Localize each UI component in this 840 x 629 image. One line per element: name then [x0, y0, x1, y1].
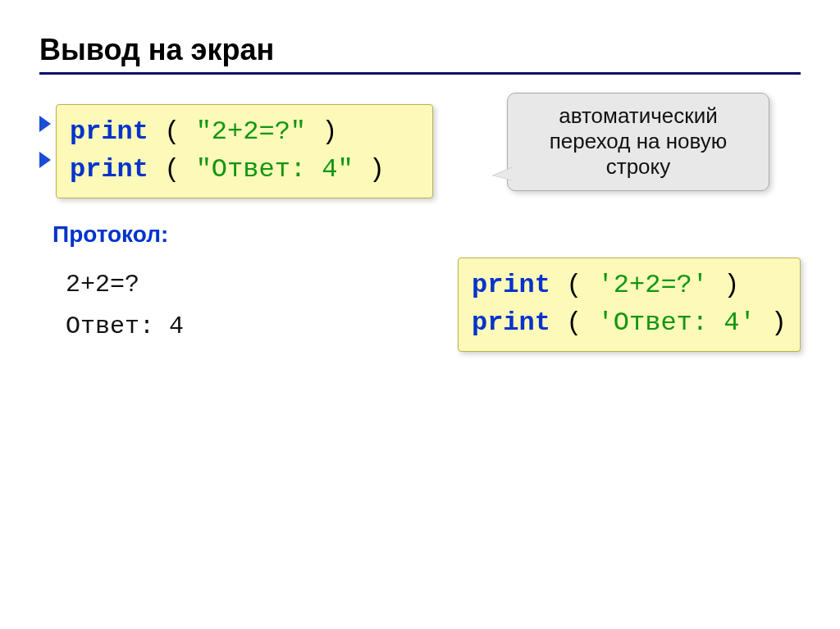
paren: ) [708, 270, 739, 300]
keyword: print [70, 116, 148, 147]
row-output-code2: 2+2=? Ответ: 4 print ( '2+2=?' ) print (… [39, 258, 801, 352]
paren: ( [550, 270, 598, 300]
code-line: print ( 'Ответ: 4' ) [472, 308, 787, 338]
code-line: print ( "Ответ: 4" ) [70, 154, 385, 185]
slide: Вывод на экран print ( "2+2=?" ) print (… [0, 0, 840, 385]
row-code-tooltip: print ( "2+2=?" ) print ( "Ответ: 4" ) а… [39, 104, 801, 198]
output-block: 2+2=? Ответ: 4 [66, 258, 213, 348]
paren: ) [354, 154, 385, 185]
code-block-2: print ( '2+2=?' ) print ( 'Ответ: 4' ) [458, 258, 801, 352]
page-title: Вывод на экран [39, 33, 801, 67]
keyword: print [472, 270, 550, 300]
output-line: Ответ: 4 [66, 306, 213, 348]
string-literal: '2+2=?' [598, 270, 708, 300]
paren: ( [148, 154, 196, 185]
protocol-label: Протокол: [52, 221, 801, 248]
triangle-icon [39, 116, 51, 132]
paren: ) [306, 116, 337, 147]
tooltip-callout: автоматический переход на новую строку [507, 93, 769, 191]
paren: ) [756, 308, 787, 338]
keyword: print [472, 308, 550, 338]
string-literal: "2+2=?" [196, 116, 306, 147]
string-literal: 'Ответ: 4' [598, 308, 756, 338]
bullet-column [39, 104, 51, 168]
divider [39, 72, 801, 75]
string-literal: "Ответ: 4" [196, 154, 354, 185]
paren: ( [550, 308, 598, 338]
paren: ( [148, 116, 196, 147]
code-block-1: print ( "2+2=?" ) print ( "Ответ: 4" ) [56, 104, 433, 198]
code-line: print ( '2+2=?' ) [472, 270, 739, 300]
output-line: 2+2=? [66, 264, 213, 306]
triangle-icon [39, 152, 51, 168]
keyword: print [70, 154, 148, 185]
code-line: print ( "2+2=?" ) [70, 116, 337, 147]
